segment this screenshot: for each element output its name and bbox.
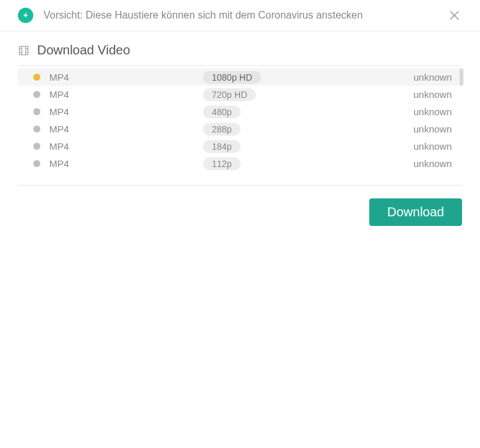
format-label: MP4 — [49, 124, 203, 134]
app-icon — [18, 8, 33, 23]
format-label: MP4 — [49, 72, 203, 83]
radio-dot — [33, 160, 40, 167]
format-label: MP4 — [49, 106, 203, 117]
section-header: Download Video — [18, 43, 462, 66]
size-label: unknown — [413, 106, 452, 117]
quality-options-list: MP41080p HDunknownMP4720p HDunknownMP448… — [18, 68, 462, 172]
download-section: Download Video MP41080p HDunknownMP4720p… — [0, 31, 480, 186]
quality-badge: 184p — [203, 140, 241, 153]
film-icon — [18, 45, 29, 56]
size-label: unknown — [413, 72, 452, 83]
radio-dot — [33, 91, 40, 98]
format-label: MP4 — [49, 158, 203, 169]
download-button[interactable]: Download — [369, 198, 462, 226]
size-label: unknown — [413, 141, 452, 152]
footer: Download — [0, 186, 480, 239]
video-title: Vorsicht: Diese Haustiere können sich mi… — [44, 10, 447, 21]
radio-dot — [33, 74, 40, 81]
format-label: MP4 — [49, 141, 203, 152]
quality-badge: 112p — [203, 157, 241, 170]
format-label: MP4 — [49, 89, 203, 100]
scrollbar[interactable] — [460, 68, 463, 86]
quality-badge: 720p HD — [203, 88, 256, 101]
size-label: unknown — [413, 124, 452, 134]
quality-badge: 480p — [203, 106, 241, 118]
radio-dot — [33, 108, 40, 115]
quality-option-row[interactable]: MP4184punknown — [18, 138, 462, 155]
quality-badge: 288p — [203, 123, 241, 136]
quality-option-row[interactable]: MP41080p HDunknown — [18, 68, 462, 86]
radio-dot — [33, 143, 40, 150]
radio-dot — [33, 125, 40, 132]
quality-badge: 1080p HD — [203, 71, 261, 84]
quality-option-row[interactable]: MP4288punknown — [18, 120, 462, 138]
close-button[interactable] — [447, 8, 462, 23]
quality-option-row[interactable]: MP4480punknown — [18, 103, 462, 120]
size-label: unknown — [413, 89, 452, 100]
header: Vorsicht: Diese Haustiere können sich mi… — [0, 0, 480, 31]
quality-option-row[interactable]: MP4112punknown — [18, 155, 462, 172]
section-title: Download Video — [37, 43, 130, 58]
svg-rect-1 — [19, 46, 28, 55]
quality-option-row[interactable]: MP4720p HDunknown — [18, 86, 462, 103]
size-label: unknown — [413, 158, 452, 169]
